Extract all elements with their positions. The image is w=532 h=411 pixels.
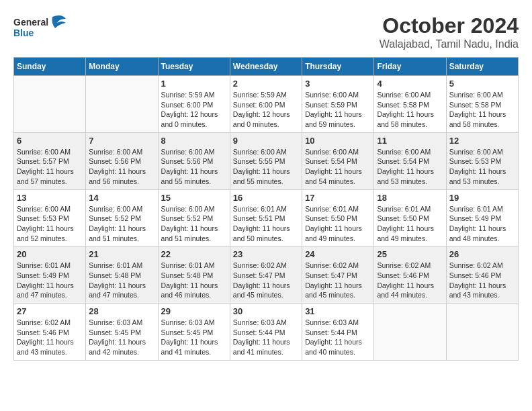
logo: General Blue — [13, 13, 67, 44]
day-number: 5 — [449, 79, 515, 89]
month-title: October 2024 — [380, 13, 519, 38]
day-info: Sunrise: 6:01 AM Sunset: 5:48 PM Dayligh… — [161, 261, 227, 300]
calendar-day-cell: 15Sunrise: 6:00 AM Sunset: 5:52 PM Dayli… — [158, 189, 230, 246]
calendar-day-cell: 9Sunrise: 6:00 AM Sunset: 5:55 PM Daylig… — [230, 132, 302, 189]
header-sunday: Sunday — [14, 58, 86, 76]
calendar-day-cell: 10Sunrise: 6:00 AM Sunset: 5:54 PM Dayli… — [302, 132, 374, 189]
calendar-day-cell: 8Sunrise: 6:00 AM Sunset: 5:56 PM Daylig… — [158, 132, 230, 189]
day-info: Sunrise: 6:00 AM Sunset: 5:55 PM Dayligh… — [233, 147, 299, 187]
calendar-day-cell: 18Sunrise: 6:01 AM Sunset: 5:50 PM Dayli… — [374, 189, 446, 246]
day-info: Sunrise: 6:00 AM Sunset: 5:57 PM Dayligh… — [17, 147, 83, 187]
day-number: 22 — [161, 249, 227, 259]
calendar-day-cell: 20Sunrise: 6:01 AM Sunset: 5:49 PM Dayli… — [14, 246, 86, 304]
day-number: 9 — [233, 136, 299, 146]
day-number: 20 — [17, 249, 83, 259]
calendar-day-cell: 24Sunrise: 6:02 AM Sunset: 5:47 PM Dayli… — [302, 246, 374, 304]
calendar-day-cell — [374, 304, 446, 361]
day-number: 16 — [233, 193, 299, 203]
calendar-day-cell: 28Sunrise: 6:03 AM Sunset: 5:45 PM Dayli… — [86, 304, 158, 361]
day-number: 24 — [305, 249, 371, 259]
header-thursday: Thursday — [302, 58, 374, 76]
calendar-day-cell — [446, 304, 518, 361]
day-info: Sunrise: 6:03 AM Sunset: 5:44 PM Dayligh… — [233, 318, 299, 357]
calendar-day-cell: 25Sunrise: 6:02 AM Sunset: 5:46 PM Dayli… — [374, 246, 446, 304]
day-info: Sunrise: 5:59 AM Sunset: 6:00 PM Dayligh… — [233, 90, 299, 130]
day-number: 6 — [17, 136, 83, 146]
day-info: Sunrise: 6:03 AM Sunset: 5:44 PM Dayligh… — [305, 318, 371, 357]
day-number: 2 — [233, 79, 299, 89]
calendar-day-cell: 12Sunrise: 6:00 AM Sunset: 5:53 PM Dayli… — [446, 132, 518, 189]
svg-text:General: General — [13, 17, 48, 28]
day-info: Sunrise: 6:00 AM Sunset: 5:56 PM Dayligh… — [89, 147, 154, 187]
day-number: 12 — [449, 136, 515, 146]
day-info: Sunrise: 6:00 AM Sunset: 5:58 PM Dayligh… — [449, 90, 515, 130]
calendar-day-cell: 31Sunrise: 6:03 AM Sunset: 5:44 PM Dayli… — [302, 304, 374, 361]
day-number: 3 — [305, 79, 371, 89]
day-number: 7 — [89, 136, 154, 146]
calendar-week-row: 6Sunrise: 6:00 AM Sunset: 5:57 PM Daylig… — [14, 132, 519, 189]
calendar-day-cell: 17Sunrise: 6:01 AM Sunset: 5:50 PM Dayli… — [302, 189, 374, 246]
day-number: 19 — [449, 193, 515, 203]
day-number: 27 — [17, 306, 83, 316]
day-info: Sunrise: 6:00 AM Sunset: 5:54 PM Dayligh… — [305, 147, 371, 187]
title-block: October 2024 Walajabad, Tamil Nadu, Indi… — [380, 13, 519, 50]
calendar-day-cell: 11Sunrise: 6:00 AM Sunset: 5:54 PM Dayli… — [374, 132, 446, 189]
calendar-week-row: 20Sunrise: 6:01 AM Sunset: 5:49 PM Dayli… — [14, 246, 519, 304]
page-header: General Blue October 2024 Walajabad, Tam… — [13, 13, 519, 50]
calendar-day-cell: 23Sunrise: 6:02 AM Sunset: 5:47 PM Dayli… — [230, 246, 302, 304]
logo-svg: General Blue — [13, 13, 67, 44]
day-info: Sunrise: 6:00 AM Sunset: 5:52 PM Dayligh… — [89, 204, 154, 244]
day-info: Sunrise: 6:03 AM Sunset: 5:45 PM Dayligh… — [89, 318, 154, 357]
day-number: 29 — [161, 306, 227, 316]
calendar-day-cell: 29Sunrise: 6:03 AM Sunset: 5:45 PM Dayli… — [158, 304, 230, 361]
header-tuesday: Tuesday — [158, 58, 230, 76]
day-info: Sunrise: 6:02 AM Sunset: 5:47 PM Dayligh… — [233, 261, 299, 300]
day-number: 1 — [161, 79, 227, 89]
calendar-day-cell: 4Sunrise: 6:00 AM Sunset: 5:58 PM Daylig… — [374, 76, 446, 133]
calendar-day-cell: 16Sunrise: 6:01 AM Sunset: 5:51 PM Dayli… — [230, 189, 302, 246]
location: Walajabad, Tamil Nadu, India — [380, 38, 519, 50]
day-info: Sunrise: 6:03 AM Sunset: 5:45 PM Dayligh… — [161, 318, 227, 357]
day-info: Sunrise: 6:01 AM Sunset: 5:49 PM Dayligh… — [449, 204, 515, 244]
day-number: 25 — [377, 249, 443, 259]
header-friday: Friday — [374, 58, 446, 76]
calendar-day-cell — [14, 76, 86, 133]
day-info: Sunrise: 6:00 AM Sunset: 5:59 PM Dayligh… — [305, 90, 371, 130]
calendar-day-cell: 26Sunrise: 6:02 AM Sunset: 5:46 PM Dayli… — [446, 246, 518, 304]
calendar-week-row: 13Sunrise: 6:00 AM Sunset: 5:53 PM Dayli… — [14, 189, 519, 246]
day-number: 18 — [377, 193, 443, 203]
calendar-day-cell — [86, 76, 158, 133]
day-info: Sunrise: 6:01 AM Sunset: 5:50 PM Dayligh… — [377, 204, 443, 244]
day-info: Sunrise: 6:00 AM Sunset: 5:54 PM Dayligh… — [377, 147, 443, 187]
calendar-header-row: Sunday Monday Tuesday Wednesday Thursday… — [14, 58, 519, 76]
day-info: Sunrise: 6:00 AM Sunset: 5:53 PM Dayligh… — [449, 147, 515, 187]
day-number: 21 — [89, 249, 154, 259]
day-info: Sunrise: 5:59 AM Sunset: 6:00 PM Dayligh… — [161, 90, 227, 130]
header-wednesday: Wednesday — [230, 58, 302, 76]
day-number: 13 — [17, 193, 83, 203]
header-monday: Monday — [86, 58, 158, 76]
day-info: Sunrise: 6:02 AM Sunset: 5:46 PM Dayligh… — [449, 261, 515, 300]
day-number: 17 — [305, 193, 371, 203]
day-info: Sunrise: 6:01 AM Sunset: 5:49 PM Dayligh… — [17, 261, 83, 300]
calendar-day-cell: 21Sunrise: 6:01 AM Sunset: 5:48 PM Dayli… — [86, 246, 158, 304]
day-number: 31 — [305, 306, 371, 316]
day-info: Sunrise: 6:00 AM Sunset: 5:52 PM Dayligh… — [161, 204, 227, 244]
day-info: Sunrise: 6:00 AM Sunset: 5:53 PM Dayligh… — [17, 204, 83, 244]
day-number: 30 — [233, 306, 299, 316]
calendar-day-cell: 3Sunrise: 6:00 AM Sunset: 5:59 PM Daylig… — [302, 76, 374, 133]
day-number: 14 — [89, 193, 154, 203]
day-number: 10 — [305, 136, 371, 146]
calendar-week-row: 1Sunrise: 5:59 AM Sunset: 6:00 PM Daylig… — [14, 76, 519, 133]
day-info: Sunrise: 6:02 AM Sunset: 5:47 PM Dayligh… — [305, 261, 371, 300]
day-info: Sunrise: 6:00 AM Sunset: 5:58 PM Dayligh… — [377, 90, 443, 130]
day-number: 8 — [161, 136, 227, 146]
day-number: 15 — [161, 193, 227, 203]
calendar-day-cell: 5Sunrise: 6:00 AM Sunset: 5:58 PM Daylig… — [446, 76, 518, 133]
calendar-table: Sunday Monday Tuesday Wednesday Thursday… — [13, 57, 519, 361]
calendar-day-cell: 2Sunrise: 5:59 AM Sunset: 6:00 PM Daylig… — [230, 76, 302, 133]
day-info: Sunrise: 6:01 AM Sunset: 5:48 PM Dayligh… — [89, 261, 154, 300]
calendar-day-cell: 30Sunrise: 6:03 AM Sunset: 5:44 PM Dayli… — [230, 304, 302, 361]
calendar-day-cell: 1Sunrise: 5:59 AM Sunset: 6:00 PM Daylig… — [158, 76, 230, 133]
day-number: 26 — [449, 249, 515, 259]
